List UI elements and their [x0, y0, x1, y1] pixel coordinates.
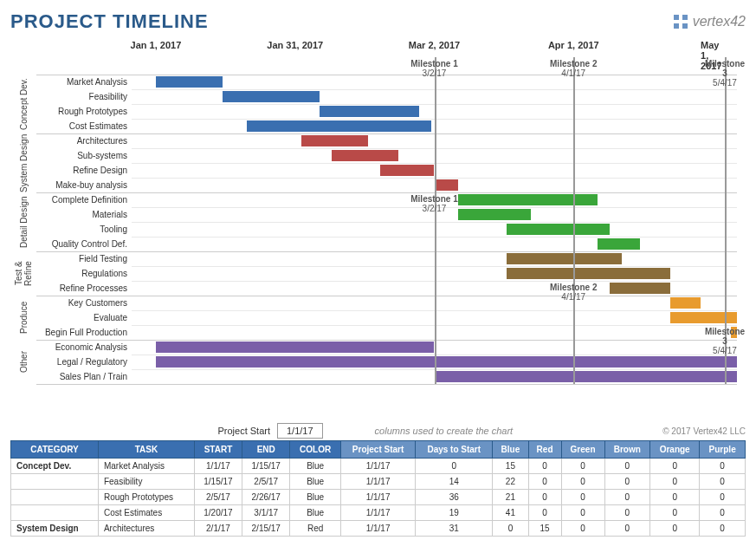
gantt-bar [156, 76, 223, 88]
gantt-bar [507, 224, 610, 235]
col-header: Green [561, 441, 604, 459]
gantt-bar [458, 209, 531, 220]
copyright: © 2017 Vertex42 LLC [662, 426, 746, 436]
gantt-bar [247, 120, 431, 132]
task-label: Regulations [36, 266, 132, 281]
table-row: Cost Estimates1/20/173/1/17Blue1/1/17194… [11, 505, 746, 521]
milestone-label: Milestone 24/1/17 [550, 59, 597, 78]
task-label: Refine Design [36, 163, 132, 178]
task-label: Rough Prototypes [36, 104, 132, 119]
task-label: Materials [36, 207, 132, 222]
gantt-bar [301, 135, 368, 146]
gantt-bar [332, 150, 398, 161]
axis-date: Mar 2, 2017 [409, 40, 460, 50]
task-label: Field Testing [36, 251, 132, 266]
task-label: Tooling [36, 222, 132, 237]
gantt-bar [670, 297, 701, 309]
table-row: Concept Dev.Market Analysis1/1/171/15/17… [11, 459, 746, 474]
gantt-bar [320, 106, 419, 117]
milestone-label: Milestone 13/2/17 [410, 59, 457, 78]
task-label: Refine Processes [36, 281, 132, 296]
gantt-bar [507, 253, 622, 264]
task-label: Sub-systems [36, 148, 132, 163]
task-label: Begin Full Production [36, 325, 132, 340]
gantt-bar [610, 283, 670, 294]
col-header: Purple [700, 441, 746, 459]
task-label: Quality Control Def. [36, 237, 132, 251]
task-label: Key Customers [36, 296, 132, 310]
col-header: Orange [650, 441, 700, 459]
table-row: System DesignArchitectures2/1/172/15/17R… [11, 521, 746, 537]
col-header: Project Start [340, 441, 415, 459]
col-header: CATEGORY [11, 441, 99, 459]
group-label: Detail Design [10, 192, 36, 251]
milestone-line [435, 57, 436, 384]
col-header: Brown [604, 441, 650, 459]
task-label: Market Analysis [36, 75, 132, 89]
gantt-bar [670, 312, 737, 323]
col-header: Blue [493, 441, 528, 459]
table-row: Feasibility1/15/172/5/17Blue1/1/17142200… [11, 474, 746, 490]
group-label: Produce [10, 296, 36, 340]
task-label: Evaluate [36, 310, 132, 325]
project-start-label: Project Start [10, 426, 277, 436]
gantt-bar [598, 238, 640, 250]
milestone-label: Milestone 35/4/17 [705, 59, 745, 88]
brand-logo: vertex42 [672, 13, 746, 30]
gantt-chart: Jan 1, 2017Jan 31, 2017Mar 2, 2017Apr 1,… [10, 40, 746, 413]
logo-icon [672, 13, 689, 30]
axis-date: Jan 31, 2017 [267, 40, 323, 50]
col-header: START [194, 441, 242, 459]
task-label: Feasibility [36, 89, 132, 104]
task-label: Legal / Regulatory [36, 355, 132, 369]
task-label: Architectures [36, 133, 132, 148]
group-label: Other [10, 340, 36, 384]
milestone-label: Milestone 35/4/17 [705, 327, 745, 355]
gantt-bar [156, 356, 737, 368]
data-table: CATEGORYTASKSTARTENDCOLORProject StartDa… [10, 440, 746, 537]
col-header: Days to Start [416, 441, 493, 459]
table-row: Rough Prototypes2/5/172/26/17Blue1/1/173… [11, 490, 746, 505]
gantt-bar [435, 179, 459, 191]
project-start-value: 1/1/17 [277, 423, 323, 439]
col-header: END [242, 441, 290, 459]
task-label: Complete Definition [36, 192, 132, 207]
group-label: Test & Refine [10, 251, 36, 296]
gantt-bar [458, 194, 598, 205]
task-label: Cost Estimates [36, 119, 132, 133]
gantt-bar [380, 165, 435, 176]
columns-note: columns used to create the chart [375, 426, 514, 436]
milestone-label: Milestone 24/1/17 [550, 283, 597, 302]
col-header: COLOR [290, 441, 341, 459]
page-title: PROJECT TIMELINE [10, 10, 209, 33]
col-header: TASK [98, 441, 194, 459]
group-label: System Design [10, 133, 36, 192]
milestone-line [573, 57, 575, 384]
gantt-bar [435, 371, 738, 382]
col-header: Red [528, 441, 561, 459]
task-label: Make-buy analysis [36, 178, 132, 192]
gantt-bar [507, 268, 670, 279]
gantt-bar [156, 342, 435, 353]
gantt-bar [223, 91, 320, 102]
group-label: Concept Dev. [10, 75, 36, 133]
task-label: Sales Plan / Train [36, 369, 132, 384]
task-label: Economic Analysis [36, 340, 132, 355]
axis-date: Jan 1, 2017 [131, 40, 182, 50]
milestone-label: Milestone 13/2/17 [410, 194, 457, 213]
axis-date: Apr 1, 2017 [548, 40, 599, 50]
